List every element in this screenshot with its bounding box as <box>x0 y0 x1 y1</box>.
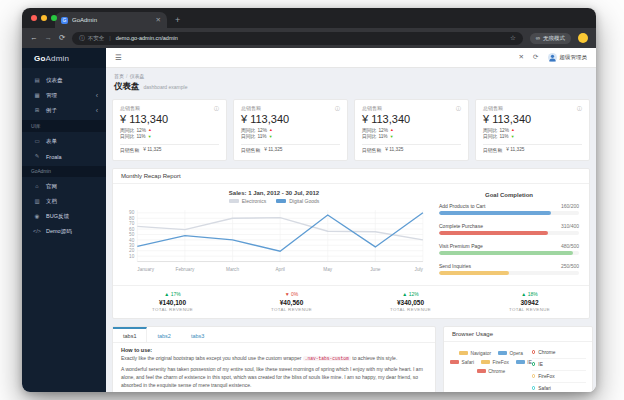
top-navbar: ☰ ✕ ⟳ 超级管理员 <box>106 48 596 68</box>
svg-text:80: 80 <box>129 216 135 221</box>
close-tabs-icon[interactable]: ✕ <box>519 54 524 61</box>
sidebar-item-doc[interactable]: ▥文档 <box>22 194 106 209</box>
stat-footer-value: ¥ 11,325 <box>385 147 403 153</box>
stat-trend-row: 日同比11%▼ <box>362 134 461 141</box>
stat-footer-value: ¥ 11,325 <box>506 147 524 153</box>
app-logo[interactable]: GoAdmin <box>22 48 106 68</box>
bookmark-star-icon[interactable]: ☆ <box>510 34 516 42</box>
svg-text:50: 50 <box>129 232 135 237</box>
stat-card-footer: 日销售额¥ 11,325 <box>483 147 582 153</box>
reload-icon[interactable]: ⟳ <box>59 34 65 42</box>
info-icon[interactable]: ⓘ <box>577 105 582 111</box>
sidebar-item-label: 仪表盘 <box>46 77 63 84</box>
sidebar-item-froala-editor[interactable]: ✎Froala <box>22 149 106 164</box>
sidebar-item-code[interactable]: </>Demo源码 <box>22 224 106 239</box>
browser-list-item[interactable]: Chrome <box>532 347 586 359</box>
sidebar-item-home[interactable]: ⌂官网 <box>22 179 106 194</box>
browser-tab[interactable]: G GoAdmin ✕ <box>55 12 167 28</box>
stat-card-value: ¥ 113,340 <box>120 113 219 125</box>
refresh-icon[interactable]: ⟳ <box>533 54 538 61</box>
admin-icon: ▦ <box>33 93 41 99</box>
progress-track <box>439 271 579 275</box>
logo-go: Go <box>34 54 46 63</box>
revenue-stat: ▼ 0%¥40,560TOTAL REVENUE <box>232 291 351 312</box>
sidebar-item-label: BUG反馈 <box>46 213 69 220</box>
progress-track <box>439 211 579 215</box>
trend-label: 日同比 <box>120 134 134 141</box>
trend-value: 11% <box>136 134 145 141</box>
browser-profile-avatar[interactable] <box>578 33 588 43</box>
sidebar-section-header: UI库 <box>22 120 106 132</box>
pie-legend-swatch <box>498 351 507 355</box>
sidebar-item-example[interactable]: ⊞例子‹ <box>22 103 106 118</box>
close-window-icon[interactable] <box>31 15 37 21</box>
sales-chart-title: Sales: 1 Jan, 2012 - 30 Jul, 2012 <box>121 190 427 196</box>
forward-icon[interactable]: → <box>45 34 53 42</box>
incognito-label: 无痕模式 <box>543 35 565 42</box>
browser-usage-legend: NavigatorOperaSafariFireFoxIEChrome <box>450 347 532 393</box>
minimize-window-icon[interactable] <box>41 15 47 21</box>
stat-footer-value: ¥ 11,325 <box>264 147 282 153</box>
user-menu[interactable]: 超级管理员 <box>548 53 588 62</box>
maximize-window-icon[interactable] <box>51 15 57 21</box>
back-icon[interactable]: ← <box>30 34 38 42</box>
stat-trend-row: 周同比12%▲ <box>362 128 461 135</box>
security-label: 不安全 <box>88 35 105 42</box>
browser-list-item[interactable]: FireFox <box>532 371 586 383</box>
url-text: demo.go-admin.cn/admin <box>116 35 178 41</box>
goal-completion-title: Goal Completion <box>439 192 579 198</box>
svg-text:February: February <box>176 267 195 272</box>
breadcrumb-home[interactable]: 首页 <box>114 73 124 79</box>
info-icon[interactable]: ⓘ <box>456 105 461 111</box>
stat-card-value: ¥ 113,340 <box>483 113 582 125</box>
revenue-label: TOTAL REVENUE <box>232 307 351 312</box>
sidebar-item-bug[interactable]: ◉BUG反馈 <box>22 209 106 224</box>
site-info-icon[interactable]: ⓘ <box>79 35 85 42</box>
window-controls[interactable] <box>31 15 57 21</box>
browser-usage-list: ChromeIEFireFoxSafari <box>532 347 586 393</box>
pie-legend-label: Opera <box>510 351 523 356</box>
tab-tabs3[interactable]: tabs3 <box>181 327 214 342</box>
svg-text:July: July <box>415 267 424 272</box>
sidebar-toggle-icon[interactable]: ☰ <box>115 54 122 62</box>
browser-list-item[interactable]: Safari <box>532 383 586 393</box>
pie-legend-label: FireFox <box>493 360 509 365</box>
inline-code: .nav-tabs-custom <box>303 356 351 361</box>
info-icon[interactable]: ⓘ <box>214 105 219 111</box>
revenue-value: ¥40,560 <box>232 299 351 306</box>
sales-chart-legend: ElectronicsDigital Goods <box>121 198 427 204</box>
revenue-trend: ▲ 12% <box>351 291 470 297</box>
pie-legend-swatch <box>477 369 486 373</box>
revenue-stat: ▲ 12%¥340,050TOTAL REVENUE <box>351 291 470 312</box>
stat-card-label: 总销售额 <box>362 105 382 111</box>
user-avatar <box>548 53 557 62</box>
tab-tabs1[interactable]: tabs1 <box>113 327 147 342</box>
revenue-value: ¥140,100 <box>113 299 232 306</box>
svg-text:10: 10 <box>129 254 135 259</box>
trend-label: 日同比 <box>362 134 376 141</box>
address-bar[interactable]: ⓘ 不安全 | demo.go-admin.cn/admin ☆ <box>72 32 522 45</box>
pie-legend-item: Chrome <box>477 369 506 374</box>
trend-up-icon: ▲ <box>511 129 515 133</box>
sidebar-item-admin[interactable]: ▦管理‹ <box>22 88 106 103</box>
svg-text:April: April <box>275 267 284 272</box>
browser-list-item[interactable]: IE <box>532 359 586 371</box>
stat-card-footer: 日销售额¥ 11,325 <box>241 147 340 153</box>
browser-window: G GoAdmin ✕ + ← → ⟳ ⓘ 不安全 | demo.go-admi… <box>22 8 596 392</box>
progress-fill <box>439 251 573 255</box>
stat-card: 总销售额ⓘ¥ 113,340周同比12%▲日同比11%▼日销售额¥ 11,325 <box>354 99 469 161</box>
svg-text:March: March <box>226 267 239 272</box>
trend-label: 日同比 <box>241 134 255 141</box>
sidebar-item-form[interactable]: ▭表单 <box>22 134 106 149</box>
sidebar-menu: ▤仪表盘▦管理‹⊞例子‹UI库▭表单✎FroalaGoAdmin⌂官网▥文档◉B… <box>22 68 106 239</box>
sidebar-item-gauge[interactable]: ▤仪表盘 <box>22 73 106 88</box>
new-tab-button[interactable]: + <box>175 16 180 25</box>
info-icon[interactable]: ⓘ <box>335 105 340 111</box>
tab-tabs2[interactable]: tabs2 <box>147 327 180 342</box>
pie-legend-label: Safari <box>462 360 475 365</box>
logo-admin: Admin <box>46 54 70 63</box>
svg-text:70: 70 <box>129 221 135 226</box>
trend-label: 周同比 <box>241 128 255 135</box>
tab-close-icon[interactable]: ✕ <box>156 16 161 24</box>
stat-card-row: 总销售额ⓘ¥ 113,340周同比12%▲日同比11%▼日销售额¥ 11,325… <box>112 99 590 161</box>
